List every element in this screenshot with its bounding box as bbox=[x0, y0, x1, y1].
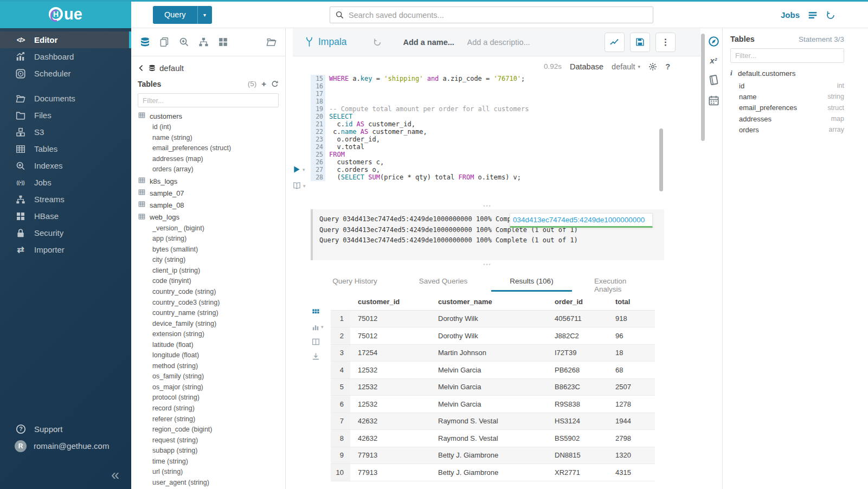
new-query-button[interactable]: Query ▾ bbox=[153, 6, 212, 24]
column-item[interactable]: method (string) bbox=[131, 361, 285, 372]
query-history-icon[interactable] bbox=[826, 10, 835, 20]
table-item[interactable]: web_logs bbox=[131, 211, 285, 223]
tab-query-history[interactable]: Query History bbox=[311, 271, 399, 294]
column-item[interactable]: email_preferences (struct) bbox=[131, 143, 285, 154]
resize-grip-top[interactable]: ••• bbox=[311, 204, 664, 208]
files-source-icon[interactable] bbox=[266, 37, 277, 47]
right-column-item[interactable]: ordersarray bbox=[730, 124, 844, 135]
sidebar-item-indexes[interactable]: Indexes bbox=[0, 157, 131, 174]
assist-filter-input[interactable] bbox=[143, 96, 274, 105]
sidebar-item-streams[interactable]: Streams bbox=[0, 191, 131, 208]
active-table-item[interactable]: i default.customers bbox=[730, 69, 844, 78]
right-filter-input[interactable] bbox=[735, 52, 839, 60]
resize-grip-bottom[interactable]: ••• bbox=[311, 262, 664, 267]
grid-view-icon[interactable] bbox=[312, 307, 326, 318]
column-item[interactable]: request (string) bbox=[131, 435, 285, 446]
streams-source-icon[interactable] bbox=[198, 37, 209, 47]
column-item[interactable]: longitude (float) bbox=[131, 350, 285, 361]
explain-button[interactable]: ▾ bbox=[292, 182, 306, 190]
settings-gear-icon[interactable] bbox=[648, 62, 657, 71]
tab-execution-analysis[interactable]: Execution Analysis bbox=[576, 271, 664, 294]
sidebar-item-importer[interactable]: ⇄Importer bbox=[0, 241, 131, 258]
chart-settings-button[interactable] bbox=[605, 33, 625, 52]
hbase-source-icon[interactable] bbox=[218, 37, 228, 47]
add-table-icon[interactable]: + bbox=[261, 79, 266, 88]
column-item[interactable]: os_major (string) bbox=[131, 382, 285, 393]
sidebar-collapse-icon[interactable]: « bbox=[111, 468, 119, 482]
column-item[interactable]: country_name (string) bbox=[131, 308, 285, 319]
table-item[interactable]: k8s_logs bbox=[131, 175, 285, 187]
column-item[interactable]: addresses (map) bbox=[131, 154, 285, 165]
column-item[interactable]: code (tinyint) bbox=[131, 276, 285, 287]
columns-view-icon[interactable] bbox=[312, 336, 326, 347]
database-select[interactable]: default ▾ bbox=[612, 62, 640, 71]
column-item[interactable]: app (string) bbox=[131, 234, 285, 244]
assistant-compass-icon[interactable] bbox=[708, 36, 719, 47]
column-item[interactable]: protocol (string) bbox=[131, 393, 285, 403]
right-column-item[interactable]: addressesmap bbox=[730, 113, 844, 124]
sidebar-item-support[interactable]: ? Support bbox=[0, 421, 131, 437]
help-icon[interactable]: ? bbox=[665, 62, 670, 71]
schedule-icon[interactable] bbox=[708, 95, 719, 106]
snippet-history-icon[interactable] bbox=[373, 38, 382, 47]
column-item[interactable]: bytes (smallint) bbox=[131, 244, 285, 255]
column-item[interactable]: city (string) bbox=[131, 255, 285, 266]
column-item[interactable]: referer (string) bbox=[131, 414, 285, 425]
chart-view-icon[interactable]: ▾ bbox=[312, 321, 326, 332]
column-item[interactable]: subapp (string) bbox=[131, 446, 285, 456]
table-item[interactable]: customers bbox=[131, 110, 285, 122]
column-item[interactable]: id (int) bbox=[131, 122, 285, 133]
column-header[interactable]: total bbox=[608, 294, 655, 310]
query-name-input[interactable] bbox=[403, 38, 463, 47]
query-button-label[interactable]: Query bbox=[153, 6, 197, 24]
column-item[interactable]: os_family (string) bbox=[131, 371, 285, 382]
download-icon[interactable] bbox=[312, 351, 326, 362]
sidebar-item-tables[interactable]: Tables bbox=[0, 140, 131, 157]
right-filter[interactable] bbox=[730, 48, 844, 63]
sidebar-item-files[interactable]: Files bbox=[0, 107, 131, 124]
column-item[interactable]: name (string) bbox=[131, 133, 285, 144]
more-actions-button[interactable]: ⋮ bbox=[655, 33, 676, 52]
column-item[interactable]: user_agent (string) bbox=[131, 478, 285, 488]
functions-icon[interactable]: x² bbox=[710, 56, 717, 65]
refresh-icon[interactable] bbox=[271, 80, 279, 88]
sidebar-item-editor[interactable]: </>Editor bbox=[0, 31, 131, 48]
editor-code[interactable]: WHERE a.key = 'shipping' and a.zip_code … bbox=[325, 75, 687, 181]
jobs-link[interactable]: Jobs bbox=[781, 10, 800, 20]
sidebar-item-jobs[interactable]: ((•))Jobs bbox=[0, 174, 131, 191]
indexes-source-icon[interactable] bbox=[179, 37, 189, 47]
column-item[interactable]: time (string) bbox=[131, 456, 285, 467]
breadcrumb-database[interactable]: default bbox=[159, 63, 184, 73]
column-header[interactable] bbox=[331, 294, 350, 310]
column-item[interactable]: country_code3 (string) bbox=[131, 298, 285, 308]
column-header[interactable]: customer_name bbox=[430, 294, 547, 310]
column-item[interactable]: country_code (string) bbox=[131, 287, 285, 298]
column-item[interactable]: region_code (bigint) bbox=[131, 424, 285, 435]
column-header[interactable]: order_id bbox=[547, 294, 608, 310]
right-column-item[interactable]: namestring bbox=[730, 91, 844, 102]
right-column-item[interactable]: email_preferencesstruct bbox=[730, 102, 844, 113]
column-item[interactable]: client_ip (string) bbox=[131, 266, 285, 276]
databases-source-icon[interactable] bbox=[140, 37, 150, 47]
sidebar-item-hbase[interactable]: HBase bbox=[0, 208, 131, 224]
table-item[interactable]: sample_08 bbox=[131, 199, 285, 211]
right-column-item[interactable]: idint bbox=[730, 80, 844, 91]
back-chevron-icon[interactable] bbox=[138, 65, 145, 72]
sidebar-item-scheduler[interactable]: Scheduler bbox=[0, 65, 131, 82]
tab-results-106-[interactable]: Results (106) bbox=[487, 271, 576, 294]
column-item[interactable]: orders (array) bbox=[131, 164, 285, 175]
query-id-link[interactable]: 034d413ec7474ed5:4249de1000000000 bbox=[510, 213, 653, 228]
sidebar-item-user[interactable]: R romain@gethue.com bbox=[0, 437, 131, 454]
assist-filter[interactable] bbox=[138, 93, 279, 107]
column-item[interactable]: latitude (float) bbox=[131, 340, 285, 351]
sidebar-item-dashboard[interactable]: Dashboard bbox=[0, 48, 131, 65]
hue-logo[interactable]: H ue bbox=[0, 0, 131, 28]
column-item[interactable]: extension (string) bbox=[131, 329, 285, 340]
column-header[interactable]: customer_id bbox=[350, 294, 430, 310]
editor-scrollbar[interactable] bbox=[659, 128, 663, 191]
sidebar-item-s3[interactable]: S3 bbox=[0, 124, 131, 140]
query-dropdown-button[interactable]: ▾ bbox=[197, 6, 212, 24]
save-button[interactable] bbox=[630, 33, 650, 52]
column-item[interactable]: url (string) bbox=[131, 467, 285, 478]
engine-name[interactable]: Impala bbox=[318, 36, 347, 48]
